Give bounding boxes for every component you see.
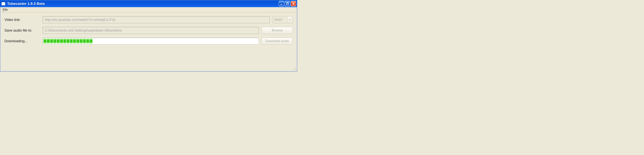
progress-block <box>86 39 89 44</box>
maximize-button[interactable] <box>285 1 290 7</box>
svg-rect-3 <box>295 68 296 68</box>
progress-block <box>70 39 73 44</box>
progress-block <box>90 39 92 44</box>
save-to-controls: Browse <box>43 27 293 34</box>
label-video-link: Video link: <box>4 18 43 22</box>
progress-block <box>57 39 60 44</box>
row-progress: Downloading... Download audio <box>4 38 293 45</box>
window-title: Tubecaster 1.9.3 Beta <box>7 2 279 6</box>
video-link-input[interactable] <box>43 16 270 23</box>
progress-block <box>63 39 66 44</box>
progress-block <box>83 39 86 44</box>
row-save-to: Save audio file to: Browse <box>4 27 293 34</box>
format-selected-text: WMV <box>273 18 288 22</box>
label-save-to: Save audio file to: <box>4 29 43 33</box>
close-button[interactable] <box>291 1 296 7</box>
progress-block <box>47 39 50 44</box>
progress-block <box>80 39 82 44</box>
titlebar[interactable]: Tubecaster 1.9.3 Beta <box>0 0 297 7</box>
progress-block <box>66 39 70 44</box>
progress-bar <box>43 38 259 44</box>
app-window: Tubecaster 1.9.3 Beta File <box>0 0 297 72</box>
resize-grip-icon[interactable] <box>293 67 296 70</box>
close-icon <box>292 2 295 5</box>
progress-block <box>44 39 46 44</box>
svg-rect-6 <box>294 70 294 70</box>
menubar: File <box>0 7 297 13</box>
window-controls <box>279 1 296 7</box>
progress-block <box>50 39 53 44</box>
browse-button[interactable]: Browse <box>262 27 293 34</box>
menu-file-rest: ile <box>5 8 8 11</box>
save-path-input[interactable] <box>43 27 259 34</box>
svg-rect-4 <box>294 69 295 69</box>
maximize-icon <box>286 2 289 5</box>
svg-rect-7 <box>294 70 295 70</box>
progress-block <box>73 39 76 44</box>
svg-rect-5 <box>295 69 296 69</box>
video-link-controls: WMV <box>43 16 293 23</box>
chevron-down-icon <box>288 17 292 23</box>
download-audio-button[interactable]: Download audio <box>262 38 293 45</box>
progress-block <box>54 39 56 44</box>
format-select[interactable]: WMV <box>272 16 293 23</box>
content-panel: Video link: WMV Save audio file to: Brow… <box>1 13 296 71</box>
menu-file[interactable]: File <box>1 8 9 12</box>
row-video-link: Video link: WMV <box>4 16 293 23</box>
status-label: Downloading... <box>4 39 43 43</box>
svg-rect-8 <box>295 70 296 70</box>
app-icon <box>2 2 5 6</box>
minimize-icon <box>280 2 283 5</box>
minimize-button[interactable] <box>279 1 284 7</box>
progress-block <box>76 39 79 44</box>
progress-block <box>60 39 63 44</box>
svg-rect-0 <box>280 4 282 5</box>
progress-controls: Download audio <box>43 38 293 45</box>
svg-rect-2 <box>286 3 288 3</box>
